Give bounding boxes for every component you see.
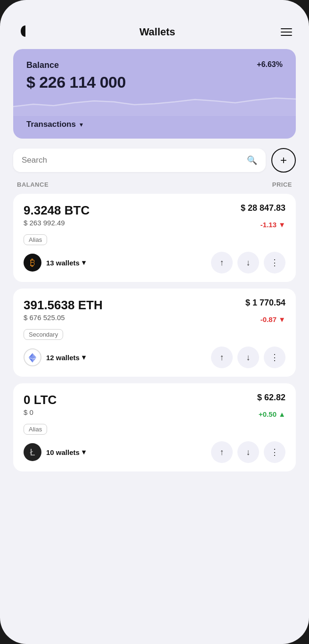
- coin-card: 391.5638 ETH $ 1 770.54 $ 676 525.05 -0.…: [13, 289, 296, 377]
- menu-icon[interactable]: [281, 28, 292, 36]
- balance-col-header: BALANCE: [17, 181, 49, 188]
- coin-price: $ 62.82: [257, 393, 285, 403]
- balance-change: +6.63%: [257, 60, 283, 69]
- coin-card: 9.3248 BTC $ 28 847.83 $ 263 992.49 -1.1…: [13, 194, 296, 282]
- logo-icon: [17, 23, 34, 41]
- transactions-row[interactable]: Transactions ▾: [26, 120, 283, 129]
- wallets-label: 10 wallets ▾: [46, 448, 86, 456]
- eth-logo: [24, 348, 41, 366]
- more-button[interactable]: ⋮: [264, 441, 285, 463]
- balance-card: Balance +6.63% $ 226 114 000 Transaction…: [13, 49, 296, 139]
- wallets-chevron: ▾: [82, 353, 86, 362]
- coin-fiat: $ 263 992.49: [24, 219, 65, 227]
- send-button[interactable]: ↑: [211, 252, 233, 273]
- balance-chart: [13, 78, 296, 116]
- more-button[interactable]: ⋮: [264, 347, 285, 368]
- more-button[interactable]: ⋮: [264, 252, 285, 273]
- chevron-down-icon: ▾: [80, 121, 83, 128]
- balance-label: Balance: [26, 60, 59, 70]
- coin-amount: 391.5638 ETH: [24, 298, 103, 313]
- wallets-label: 13 wallets ▾: [46, 258, 86, 267]
- phone-frame: Wallets Balance +6.63% $ 226 114 000 Tra…: [0, 0, 309, 644]
- send-button[interactable]: ↑: [211, 347, 233, 368]
- coin-change: +0.50 ▲: [259, 410, 285, 418]
- price-col-header: PRICE: [272, 181, 292, 188]
- search-box: 🔍: [13, 149, 266, 172]
- coin-change: -0.87 ▼: [260, 315, 285, 323]
- send-button[interactable]: ↑: [211, 441, 233, 463]
- add-wallet-button[interactable]: +: [271, 148, 296, 173]
- coin-card: 0 LTC $ 62.82 $ 0 +0.50 ▲ Alias Ł 10 wal…: [13, 383, 296, 471]
- coin-tag[interactable]: Alias: [24, 424, 47, 435]
- header: Wallets: [13, 19, 296, 49]
- search-icon: 🔍: [247, 155, 257, 165]
- btc-logo: ₿: [24, 254, 41, 272]
- column-headers: BALANCE PRICE: [13, 176, 296, 192]
- search-input[interactable]: [22, 156, 242, 165]
- receive-button[interactable]: ↓: [237, 347, 259, 368]
- coin-change: -1.13 ▼: [260, 221, 285, 229]
- coin-price: $ 1 770.54: [245, 298, 285, 308]
- coin-tag[interactable]: Alias: [24, 234, 47, 245]
- transactions-label: Transactions: [26, 120, 76, 129]
- receive-button[interactable]: ↓: [237, 252, 259, 273]
- coin-amount: 0 LTC: [24, 393, 57, 407]
- page-title: Wallets: [139, 26, 175, 38]
- wallets-chevron: ▾: [82, 258, 86, 267]
- search-row: 🔍 +: [13, 148, 296, 173]
- coin-amount: 9.3248 BTC: [24, 203, 89, 218]
- ltc-logo: Ł: [24, 443, 41, 461]
- wallets-label: 12 wallets ▾: [46, 353, 86, 362]
- coin-list: 9.3248 BTC $ 28 847.83 $ 263 992.49 -1.1…: [13, 194, 296, 478]
- coin-tag[interactable]: Secondary: [24, 329, 63, 340]
- coin-price: $ 28 847.83: [241, 203, 285, 213]
- coin-fiat: $ 676 525.05: [24, 314, 65, 322]
- receive-button[interactable]: ↓: [237, 441, 259, 463]
- wallets-chevron: ▾: [82, 448, 86, 456]
- coin-fiat: $ 0: [24, 408, 33, 416]
